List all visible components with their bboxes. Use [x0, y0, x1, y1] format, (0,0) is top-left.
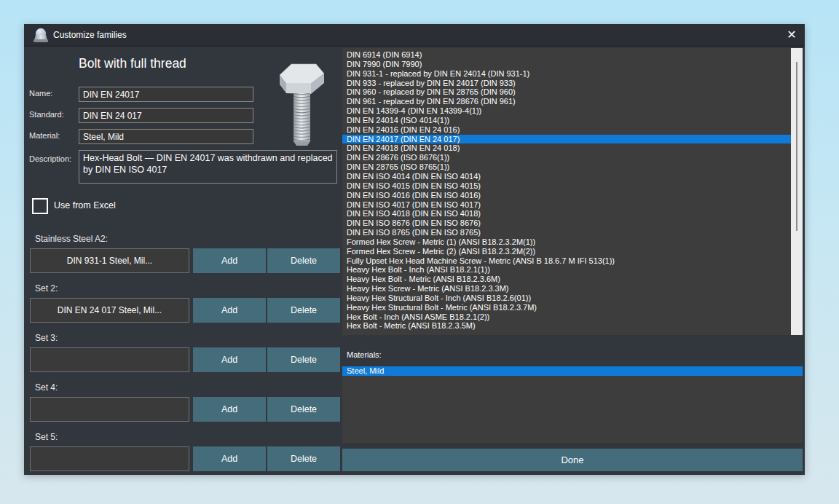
- standard-input[interactable]: [79, 108, 253, 123]
- family-list-item[interactable]: Hex Bolt - Inch (ANSI ASME B18.2.1(2)): [342, 312, 803, 322]
- family-list-item[interactable]: DIN EN 28676 (ISO 8676(1)): [342, 153, 803, 162]
- part-heading: Bolt with full thread: [79, 56, 186, 71]
- set-5-field[interactable]: [30, 446, 189, 471]
- family-list-item[interactable]: Fully Upset Hex Head Machine Screw - Met…: [342, 256, 803, 266]
- hex-bolt-image: [275, 59, 328, 152]
- set-1-delete-button[interactable]: Delete: [267, 248, 340, 273]
- family-list-item[interactable]: DIN 961 - replaced by DIN EN 28676 (DIN …: [342, 97, 803, 106]
- family-list-item[interactable]: DIN EN ISO 4017 (DIN EN ISO 4017): [342, 200, 803, 210]
- family-list-item[interactable]: DIN EN 14399-4 (DIN EN 14399-4(1)): [342, 106, 803, 116]
- title-bar: Customize families ✕: [24, 24, 805, 47]
- families-scrollbar[interactable]: [791, 48, 803, 335]
- set-4-label: Set 4:: [35, 382, 58, 393]
- scrollbar-thumb[interactable]: [796, 62, 797, 231]
- set-4-field[interactable]: [30, 397, 189, 422]
- family-list-item[interactable]: Formed Hex Screw - Metric (2) (ANSI B18.…: [342, 247, 803, 256]
- family-list-item[interactable]: Heavy Hex Structural Bolt - Metric (ANSI…: [342, 303, 803, 312]
- close-icon[interactable]: ✕: [784, 28, 799, 42]
- use-from-excel-label: Use from Excel: [54, 200, 116, 210]
- family-list-item[interactable]: DIN EN 24014 (ISO 4014(1)): [342, 116, 803, 125]
- set-4-delete-button[interactable]: Delete: [267, 397, 340, 422]
- description-input[interactable]: Hex-Head Bolt — DIN EN 24017 was withdra…: [79, 150, 337, 184]
- family-list-item[interactable]: DIN EN ISO 4015 (DIN EN ISO 4015): [342, 181, 803, 191]
- family-list-item[interactable]: DIN EN 24018 (DIN EN 24 018): [342, 143, 803, 153]
- cap-nut-icon: [32, 27, 50, 44]
- set-5-label: Set 5:: [35, 432, 58, 442]
- family-list-item[interactable]: Heavy Hex Bolt - Inch (ANSI B18.2.1(1)): [342, 265, 803, 275]
- window-title: Customize families: [53, 30, 127, 40]
- family-list-item[interactable]: DIN 6914 (DIN 6914): [342, 50, 803, 60]
- set-3-field[interactable]: [30, 347, 189, 372]
- family-list-item[interactable]: DIN 931-1 - replaced by DIN EN 24014 (DI…: [342, 69, 803, 79]
- families-list: DIN 6914 (DIN 6914)DIN 7990 (DIN 7990)DI…: [342, 48, 803, 335]
- family-list-item[interactable]: Formed Hex Screw - Metric (1) (ANSI B18.…: [342, 237, 803, 247]
- description-label: Description:: [29, 154, 71, 163]
- family-list-item[interactable]: Hex Bolt - Metric (ANSI B18.2.3.5M): [342, 321, 803, 331]
- family-list-item[interactable]: DIN EN ISO 4014 (DIN EN ISO 4014): [342, 172, 803, 181]
- family-list-item[interactable]: DIN EN ISO 8765 (DIN EN ISO 8765): [342, 228, 803, 237]
- set-2-label: Set 2:: [35, 283, 58, 294]
- set-5-add-button[interactable]: Add: [193, 446, 266, 471]
- standard-label: Standard:: [29, 110, 64, 119]
- set-2-add-button[interactable]: Add: [193, 298, 266, 323]
- family-list-item[interactable]: DIN 960 - replaced by DIN EN 28765 (DIN …: [342, 87, 803, 97]
- customize-families-dialog: Customize families ✕ Bolt with full thre…: [24, 24, 805, 475]
- material-list-item[interactable]: Steel, Mild: [342, 366, 803, 376]
- set-2-field[interactable]: DIN EN 24 017 Steel, Mil...: [30, 298, 189, 323]
- materials-label: Materials:: [347, 350, 382, 359]
- material-input[interactable]: [79, 129, 253, 144]
- family-list-item[interactable]: Heavy Hex Screw - Metric (ANSI B18.2.3.3…: [342, 284, 803, 294]
- materials-list: Steel, Mild: [342, 366, 803, 443]
- family-list-item[interactable]: DIN EN 24017 (DIN EN 24 017): [342, 135, 792, 144]
- family-list-item[interactable]: DIN 7990 (DIN 7990): [342, 60, 803, 69]
- family-list-item[interactable]: DIN EN ISO 4018 (DIN EN ISO 4018): [342, 209, 803, 218]
- name-input[interactable]: [79, 87, 253, 102]
- name-label: Name:: [29, 89, 52, 98]
- family-list-item[interactable]: DIN 933 - replaced by DIN EN 24017 (DIN …: [342, 79, 803, 88]
- set-1-add-button[interactable]: Add: [193, 248, 266, 273]
- set-3-label: Set 3:: [35, 333, 58, 343]
- set-4-add-button[interactable]: Add: [193, 397, 266, 422]
- family-list-item[interactable]: DIN EN 24016 (DIN EN 24 016): [342, 125, 803, 135]
- set-1-field[interactable]: DIN 931-1 Steel, Mil...: [30, 248, 189, 273]
- use-from-excel-checkbox[interactable]: [32, 198, 48, 214]
- set-5-delete-button[interactable]: Delete: [267, 446, 340, 471]
- set-3-delete-button[interactable]: Delete: [267, 347, 340, 372]
- family-list-item[interactable]: DIN EN 28765 (ISO 8765(1)): [342, 162, 803, 172]
- family-list-item[interactable]: Heavy Hex Bolt - Metric (ANSI B18.2.3.6M…: [342, 275, 803, 284]
- family-list-item[interactable]: DIN EN ISO 8676 (DIN EN ISO 8676): [342, 218, 803, 228]
- material-label: Material:: [29, 131, 60, 140]
- set-1-label: Stainless Steel A2:: [35, 234, 108, 244]
- set-2-delete-button[interactable]: Delete: [267, 298, 340, 323]
- set-3-add-button[interactable]: Add: [193, 347, 266, 372]
- done-button[interactable]: Done: [342, 449, 803, 471]
- family-list-item[interactable]: DIN EN ISO 4016 (DIN EN ISO 4016): [342, 191, 803, 200]
- family-list-item[interactable]: Heavy Hex Structural Bolt - Inch (ANSI B…: [342, 294, 803, 303]
